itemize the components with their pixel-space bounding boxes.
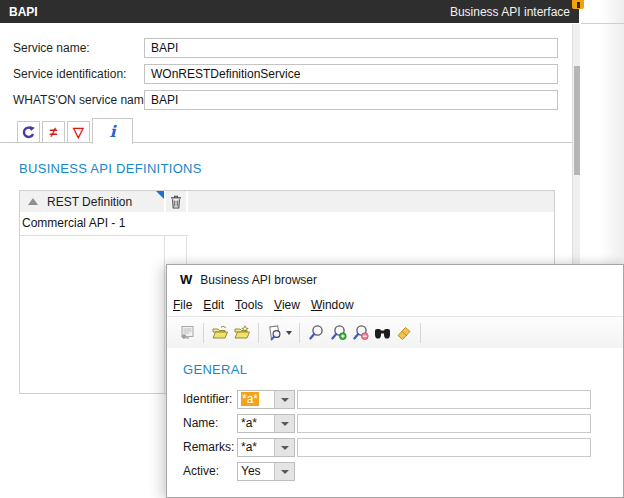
active-combo-value: Yes bbox=[238, 463, 274, 480]
open-button[interactable] bbox=[209, 322, 231, 344]
refresh-icon bbox=[21, 125, 36, 140]
chevron-down-icon bbox=[281, 446, 289, 450]
rest-definition-column-header[interactable]: REST Definition bbox=[20, 191, 164, 212]
remarks-combo-value: *a* bbox=[238, 439, 274, 456]
active-label: Active: bbox=[183, 462, 237, 481]
zoom-icon bbox=[308, 324, 325, 341]
find-button[interactable] bbox=[371, 322, 393, 344]
chevron-down-icon bbox=[281, 422, 289, 426]
rest-definition-cell: Commercial API - 1 bbox=[22, 216, 125, 230]
chevron-down-icon bbox=[286, 331, 292, 335]
search-options-icon bbox=[267, 325, 283, 341]
open-folder-icon bbox=[211, 325, 229, 340]
open-folder-new-icon bbox=[233, 325, 251, 340]
toolbar bbox=[167, 317, 623, 348]
delete-column-header[interactable] bbox=[166, 191, 186, 212]
tab-not-equal[interactable]: ≠ bbox=[42, 121, 65, 143]
browser-window-title: Business API browser bbox=[200, 273, 317, 287]
table-header-row: REST Definition bbox=[20, 191, 554, 212]
bapi-titlebar[interactable]: BAPI Business API interface bbox=[0, 0, 579, 23]
name-combo-value: *a* bbox=[238, 415, 274, 432]
remarks-label: Remarks: bbox=[183, 438, 237, 457]
clear-icon bbox=[396, 325, 412, 341]
tab-triangle[interactable]: ▽ bbox=[67, 121, 90, 143]
menu-tools[interactable]: Tools bbox=[235, 298, 263, 312]
search-options-button[interactable] bbox=[264, 322, 294, 344]
tab-refresh[interactable] bbox=[17, 121, 40, 143]
identifier-input[interactable] bbox=[297, 390, 591, 409]
menu-window[interactable]: Window bbox=[311, 298, 354, 312]
zoom-in-icon bbox=[330, 324, 347, 341]
business-api-definitions-title: BUSINESS API DEFINITIONS bbox=[19, 161, 202, 176]
name-input[interactable] bbox=[297, 414, 591, 433]
identifier-label: Identifier: bbox=[183, 390, 237, 409]
tab-info[interactable]: i bbox=[92, 118, 133, 144]
general-section-title: GENERAL bbox=[183, 362, 247, 377]
identifier-combo[interactable]: *a* bbox=[237, 390, 295, 409]
service-identification-input[interactable] bbox=[144, 64, 558, 84]
whatson-logo-icon: W bbox=[180, 272, 191, 287]
bapi-window-subtitle: Business API interface bbox=[450, 5, 570, 19]
zoom-out-button[interactable] bbox=[349, 322, 371, 344]
chevron-down-icon bbox=[281, 398, 289, 402]
whatson-service-name-input[interactable] bbox=[144, 90, 558, 110]
table-header-filler bbox=[188, 191, 554, 212]
column-header-label: REST Definition bbox=[47, 195, 132, 209]
scrollbar-thumb[interactable] bbox=[574, 66, 580, 175]
name-combo-dropdown[interactable] bbox=[274, 415, 294, 432]
chevron-down-icon bbox=[281, 470, 289, 474]
toolbar-separator bbox=[420, 323, 421, 343]
info-icon: i bbox=[109, 124, 115, 140]
find-icon bbox=[374, 326, 391, 340]
remarks-combo[interactable]: *a* bbox=[237, 438, 295, 457]
vertical-scrollbar[interactable] bbox=[572, 24, 580, 264]
table-row[interactable]: Commercial API - 1 bbox=[20, 212, 188, 236]
active-combo[interactable]: Yes bbox=[237, 462, 295, 481]
whatson-service-name-label: WHATS'ON service name: bbox=[13, 91, 154, 110]
service-identification-label: Service identification: bbox=[13, 65, 126, 84]
warning-icon bbox=[572, 0, 584, 9]
column-divider bbox=[164, 212, 165, 395]
service-name-input[interactable] bbox=[144, 38, 558, 58]
screen: BAPI Business API interface Service name… bbox=[0, 0, 624, 498]
toolbar-separator bbox=[258, 323, 259, 343]
menu-file[interactable]: File bbox=[173, 298, 192, 312]
menu-edit[interactable]: Edit bbox=[203, 298, 224, 312]
remarks-input[interactable] bbox=[297, 438, 591, 457]
background-window-divider bbox=[581, 23, 624, 24]
toolbar-separator bbox=[203, 323, 204, 343]
toolbar-separator bbox=[299, 323, 300, 343]
name-combo[interactable]: *a* bbox=[237, 414, 295, 433]
report-disabled-icon bbox=[179, 324, 196, 341]
menu-view[interactable]: View bbox=[274, 298, 300, 312]
zoom-in-button[interactable] bbox=[327, 322, 349, 344]
active-combo-dropdown[interactable] bbox=[274, 463, 294, 480]
menu-bar: File Edit Tools View Window bbox=[167, 294, 623, 317]
identifier-combo-dropdown[interactable] bbox=[274, 391, 294, 408]
report-disabled-button[interactable] bbox=[176, 322, 198, 344]
triangle-down-icon: ▽ bbox=[73, 125, 84, 139]
zoom-out-icon bbox=[352, 324, 369, 341]
identifier-combo-value: *a* bbox=[241, 392, 259, 406]
not-equal-icon: ≠ bbox=[50, 125, 58, 139]
sort-ascending-icon bbox=[28, 198, 38, 205]
filter-corner-icon bbox=[156, 191, 164, 199]
browser-titlebar[interactable]: W Business API browser bbox=[167, 265, 623, 294]
zoom-button[interactable] bbox=[305, 322, 327, 344]
business-api-browser-window: W Business API browser File Edit Tools V… bbox=[166, 264, 624, 498]
service-name-label: Service name: bbox=[13, 39, 90, 58]
bapi-window-title: BAPI bbox=[9, 5, 38, 19]
open-new-button[interactable] bbox=[231, 322, 253, 344]
remarks-combo-dropdown[interactable] bbox=[274, 439, 294, 456]
clear-button[interactable] bbox=[393, 322, 415, 344]
name-label: Name: bbox=[183, 414, 237, 433]
trash-icon bbox=[170, 195, 182, 209]
